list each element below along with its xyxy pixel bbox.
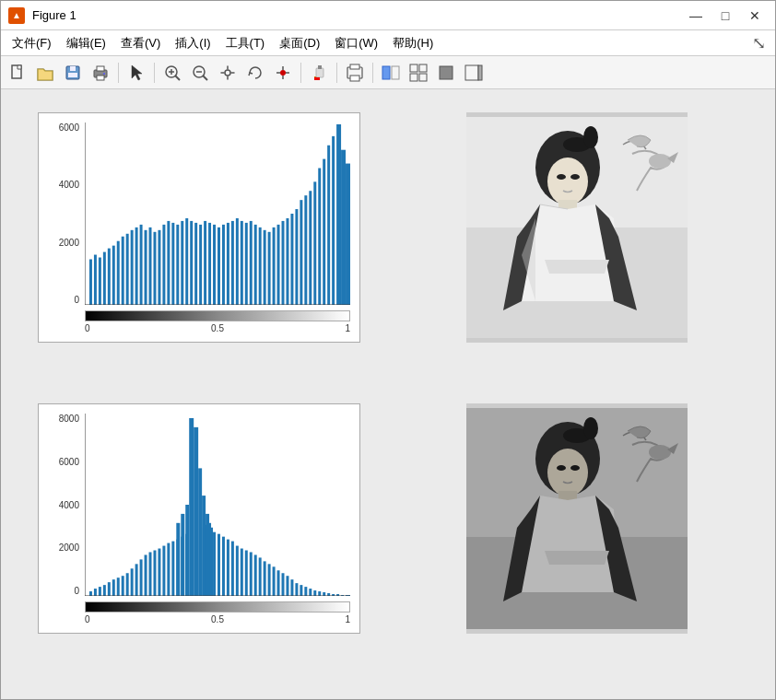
zoom-out-button[interactable] [187,60,213,86]
svg-rect-84 [304,195,307,305]
data-cursor-button[interactable] [270,60,296,86]
svg-rect-35 [478,65,482,80]
histogram-top[interactable]: 6000 4000 2000 0 [38,112,360,343]
svg-rect-67 [227,223,229,305]
svg-rect-150 [245,551,248,597]
menu-tools[interactable]: 工具(T) [218,30,273,55]
image-bottom[interactable] [466,403,688,634]
svg-rect-58 [185,218,188,305]
colormap-button[interactable] [378,60,404,86]
close-button[interactable]: ✕ [742,6,768,25]
svg-rect-154 [264,561,266,596]
svg-rect-109 [99,587,101,596]
y-axis-bottom: 8000 6000 4000 2000 0 [39,414,83,596]
svg-rect-72 [250,221,253,305]
svg-rect-155 [268,564,271,596]
sidebar-toggle-button[interactable] [461,60,487,86]
brush-color-button[interactable] [306,60,332,86]
box-button[interactable] [433,60,459,86]
svg-rect-113 [117,578,120,596]
svg-rect-66 [222,225,225,305]
print2-button[interactable] [342,60,368,86]
svg-point-104 [557,174,566,180]
svg-rect-81 [290,214,293,305]
svg-rect-31 [410,74,417,81]
minimize-button[interactable]: — [683,6,709,25]
svg-point-101 [547,158,588,205]
svg-rect-45 [126,234,129,305]
svg-rect-166 [318,591,321,596]
sep1 [118,63,119,83]
dock-icon: ⤡ [752,33,771,53]
svg-rect-80 [286,218,288,305]
svg-rect-89 [327,146,330,305]
svg-rect-159 [286,576,288,596]
svg-rect-119 [145,554,147,596]
svg-rect-158 [282,573,285,596]
svg-point-105 [570,174,580,180]
svg-rect-71 [245,223,248,305]
menu-insert[interactable]: 插入(I) [168,30,218,55]
svg-rect-185 [466,408,688,629]
svg-rect-92 [341,150,346,305]
sep3 [300,63,301,83]
svg-rect-87 [318,169,321,306]
open-file-button[interactable] [32,60,58,86]
svg-rect-164 [309,589,312,596]
svg-rect-55 [171,223,174,305]
svg-rect-47 [135,228,138,305]
histogram-bottom[interactable]: 8000 6000 4000 2000 0 [38,403,360,634]
svg-rect-32 [419,74,427,81]
pointer-tool-button[interactable] [123,60,149,86]
save-button[interactable] [60,60,86,86]
menu-help[interactable]: 帮助(H) [385,30,441,55]
svg-rect-54 [167,221,170,305]
svg-rect-43 [117,241,120,305]
svg-rect-124 [167,543,170,596]
svg-rect-116 [131,568,134,596]
x-axis-top: 0 0.5 1 [85,319,350,337]
zoom-in-button[interactable] [159,60,185,86]
svg-rect-60 [194,223,197,305]
svg-rect-69 [236,218,239,305]
svg-rect-64 [213,225,216,305]
svg-rect-77 [273,228,276,305]
svg-rect-27 [382,66,390,79]
svg-rect-108 [94,589,97,596]
menu-view[interactable]: 查看(V) [113,30,168,55]
svg-rect-147 [231,542,234,596]
svg-rect-38 [94,255,97,305]
svg-rect-123 [162,546,165,596]
svg-rect-165 [313,590,316,596]
maximize-button[interactable]: □ [712,6,738,25]
svg-rect-157 [277,570,280,596]
subplot-top-left: 6000 4000 2000 0 [10,108,388,399]
svg-rect-167 [323,592,325,596]
chart-area-top [85,122,350,305]
svg-rect-88 [323,159,325,305]
new-file-button[interactable] [5,60,30,86]
svg-point-100 [583,126,598,148]
svg-rect-61 [199,225,202,305]
svg-rect-49 [145,230,147,305]
svg-rect-118 [140,559,143,596]
svg-rect-46 [131,230,134,305]
svg-rect-78 [277,225,280,305]
menu-edit[interactable]: 编辑(E) [59,30,113,55]
menu-desktop[interactable]: 桌面(D) [272,30,327,55]
svg-rect-21 [316,68,323,77]
menu-file[interactable]: 文件(F) [5,30,59,55]
svg-rect-53 [162,225,165,305]
image-top[interactable] [466,112,688,343]
rotate-button[interactable] [242,60,268,86]
pan-button[interactable] [215,60,241,86]
svg-rect-153 [259,557,262,596]
svg-rect-51 [153,232,156,305]
chart-area-bottom [85,414,350,596]
menu-window[interactable]: 窗口(W) [327,30,385,55]
svg-rect-139 [198,468,202,596]
grid-button[interactable] [406,60,431,86]
figure-content: 6000 4000 2000 0 [1,89,775,699]
print-button[interactable] [88,60,113,86]
menu-bar: 文件(F) 编辑(E) 查看(V) 插入(I) 工具(T) 桌面(D) 窗口(W… [1,30,775,56]
